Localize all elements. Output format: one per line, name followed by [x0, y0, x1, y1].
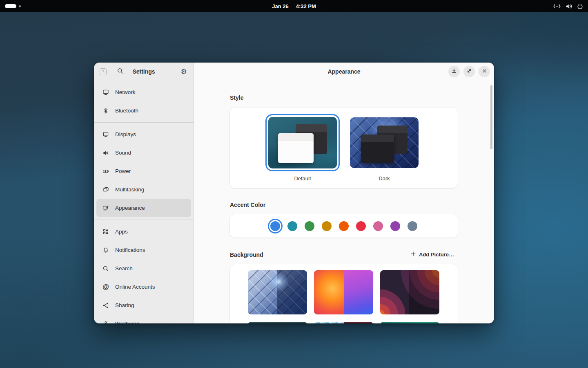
date-label: Jan 26 [272, 3, 288, 9]
background-card [230, 264, 458, 323]
sidebar-item-online-accounts[interactable]: @ Online Accounts [94, 278, 194, 296]
sidebar-item-label: Sharing [115, 302, 134, 308]
accent-swatch-orange[interactable] [339, 221, 349, 231]
background-thumbnail-blue-cubes[interactable] [248, 270, 307, 314]
scrollbar-thumb[interactable] [490, 85, 492, 149]
sidebar-separator [94, 220, 194, 220]
accent-swatch-pink[interactable] [373, 221, 383, 231]
maximize-icon [466, 68, 472, 75]
sidebar-list: Network Bluetooth Displays [94, 83, 194, 323]
sidebar-item-notifications[interactable]: Notifications [94, 241, 194, 259]
sidebar-item-power[interactable]: Power [94, 162, 194, 180]
sidebar-item-label: Appearance [115, 205, 145, 211]
top-bar: Jan 26 4:32 PM [0, 0, 588, 12]
plus-icon [410, 251, 416, 258]
apps-grid-icon [102, 228, 109, 236]
system-status-area[interactable] [553, 0, 583, 12]
style-option-dark[interactable] [350, 117, 419, 168]
sidebar-item-displays[interactable]: Displays [94, 125, 194, 144]
style-label-default: Default [265, 175, 340, 182]
appearance-icon [102, 204, 109, 212]
background-thumbnail-dark-waves[interactable] [380, 270, 439, 314]
share-icon [102, 302, 109, 309]
bell-icon [102, 247, 109, 254]
sidebar-separator [94, 122, 194, 123]
accent-swatch-yellow[interactable] [322, 221, 332, 231]
settings-window: ? Settings ⚙ Network [94, 63, 494, 323]
person-icon [102, 320, 109, 324]
minimize-icon [451, 68, 457, 75]
bluetooth-icon [102, 107, 109, 114]
sidebar-item-apps[interactable]: Apps [94, 222, 194, 241]
at-icon: @ [102, 283, 109, 291]
accent-swatch-blue[interactable] [270, 221, 280, 231]
close-icon [482, 68, 487, 75]
desktop: Jan 26 4:32 PM ? [0, 0, 588, 368]
accent-swatch-red[interactable] [356, 221, 366, 231]
add-picture-button[interactable]: Add Picture… [407, 248, 457, 260]
close-button[interactable] [479, 66, 490, 77]
sidebar-item-label: Displays [115, 131, 136, 137]
sidebar-item-sound[interactable]: Sound [94, 144, 194, 162]
sidebar-item-label: Bluetooth [115, 108, 138, 114]
background-section-label: Background [230, 251, 263, 258]
accent-swatch-green[interactable] [305, 221, 314, 231]
network-icon [102, 89, 109, 96]
sidebar-item-sharing[interactable]: Sharing [94, 296, 194, 314]
minimize-button[interactable] [448, 66, 460, 77]
appearance-panel: Appearance [194, 63, 494, 323]
search-icon [102, 265, 109, 272]
workspace-dot[interactable] [19, 5, 21, 7]
sidebar-item-network[interactable]: Network [94, 83, 194, 101]
add-picture-label: Add Picture… [419, 251, 454, 258]
sidebar-header: ? Settings ⚙ [94, 63, 194, 81]
style-preview-default [268, 117, 337, 168]
accent-section-label: Accent Color [230, 202, 265, 208]
style-card: Default Dark [230, 108, 458, 188]
sidebar-item-label: Search [115, 265, 133, 272]
window-controls [448, 66, 490, 77]
sidebar-item-label: Multitasking [115, 186, 144, 193]
menu-button[interactable]: ⚙ [179, 67, 189, 76]
sidebar-item-label: Notifications [115, 247, 145, 253]
sidebar-item-label: Power [115, 168, 131, 174]
accent-color-card [230, 214, 458, 238]
gear-icon: ⚙ [180, 67, 187, 76]
volume-icon [566, 3, 572, 9]
background-thumbnail-dark-teal[interactable] [248, 322, 307, 323]
maximize-button[interactable] [463, 66, 475, 77]
style-option-default[interactable] [265, 114, 340, 171]
background-thumbnail-cyan-maroon[interactable] [314, 322, 373, 323]
background-thumbnail-teal-green[interactable] [380, 322, 439, 323]
style-label-dark: Dark [350, 175, 419, 182]
sidebar-item-label: Network [115, 89, 136, 95]
sidebar-item-bluetooth[interactable]: Bluetooth [94, 101, 194, 120]
headerbar: Appearance [194, 63, 494, 81]
clock[interactable]: Jan 26 4:32 PM [272, 0, 316, 12]
time-label: 4:32 PM [296, 3, 316, 9]
sidebar-item-multitasking[interactable]: Multitasking [94, 180, 194, 199]
network-status-icon [553, 3, 561, 9]
sidebar-item-label: Apps [115, 229, 128, 235]
sidebar-item-label: Wellbeing [115, 321, 139, 323]
sidebar-item-label: Online Accounts [115, 284, 155, 290]
sidebar-item-wellbeing[interactable]: Wellbeing [94, 314, 194, 323]
displays-icon [102, 131, 109, 138]
workspace-pill[interactable] [5, 4, 16, 8]
accent-swatch-slate[interactable] [408, 221, 417, 231]
sidebar-item-label: Sound [115, 150, 131, 156]
battery-icon [102, 168, 109, 175]
power-icon [577, 3, 583, 9]
style-section-label: Style [230, 94, 243, 101]
sidebar: ? Settings ⚙ Network [94, 63, 194, 323]
multitasking-icon [102, 186, 109, 193]
sound-icon [102, 149, 109, 157]
background-thumbnail-orange-purple[interactable] [314, 270, 373, 314]
sidebar-item-search[interactable]: Search [94, 259, 194, 278]
sidebar-item-appearance[interactable]: Appearance [96, 199, 191, 217]
accent-swatch-teal[interactable] [287, 221, 297, 231]
accent-swatch-purple[interactable] [390, 221, 400, 231]
